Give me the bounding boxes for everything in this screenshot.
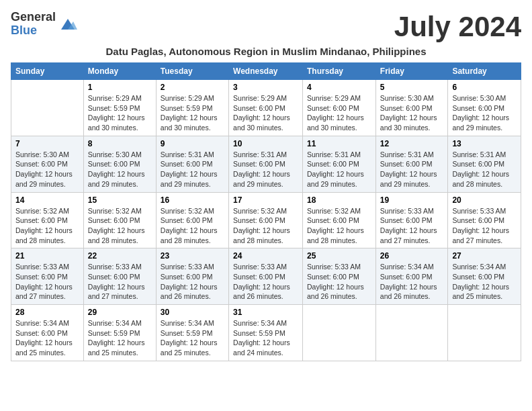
- day-info: Sunrise: 5:32 AMSunset: 6:00 PMDaylight:…: [88, 206, 152, 246]
- table-row: 5Sunrise: 5:30 AMSunset: 6:00 PMDaylight…: [375, 80, 448, 136]
- day-info: Sunrise: 5:32 AMSunset: 6:00 PMDaylight:…: [233, 206, 298, 246]
- table-row: [11, 80, 84, 136]
- day-number: 18: [307, 195, 371, 205]
- table-row: 15Sunrise: 5:32 AMSunset: 6:00 PMDayligh…: [83, 192, 156, 248]
- day-number: 11: [307, 139, 371, 148]
- day-info: Sunrise: 5:32 AMSunset: 6:00 PMDaylight:…: [161, 206, 224, 246]
- day-info: Sunrise: 5:30 AMSunset: 6:00 PMDaylight:…: [88, 150, 152, 189]
- day-number: 9: [161, 139, 224, 148]
- day-info: Sunrise: 5:34 AMSunset: 5:59 PMDaylight:…: [161, 318, 224, 358]
- day-number: 28: [15, 308, 79, 317]
- logo-area: General Blue: [11, 11, 77, 38]
- day-number: 20: [452, 195, 517, 205]
- day-number: 13: [452, 139, 517, 148]
- table-row: 23Sunrise: 5:33 AMSunset: 6:00 PMDayligh…: [156, 248, 228, 305]
- day-info: Sunrise: 5:33 AMSunset: 6:00 PMDaylight:…: [161, 262, 224, 302]
- day-info: Sunrise: 5:31 AMSunset: 6:00 PMDaylight:…: [233, 150, 298, 189]
- table-row: 9Sunrise: 5:31 AMSunset: 6:00 PMDaylight…: [156, 136, 228, 192]
- day-info: Sunrise: 5:30 AMSunset: 6:00 PMDaylight:…: [452, 93, 517, 133]
- day-info: Sunrise: 5:34 AMSunset: 5:59 PMDaylight:…: [233, 318, 298, 358]
- table-row: 30Sunrise: 5:34 AMSunset: 5:59 PMDayligh…: [156, 305, 228, 361]
- table-row: 2Sunrise: 5:29 AMSunset: 5:59 PMDaylight…: [156, 80, 228, 136]
- day-number: 4: [307, 83, 371, 92]
- day-number: 27: [452, 251, 517, 261]
- table-row: 18Sunrise: 5:32 AMSunset: 6:00 PMDayligh…: [303, 192, 376, 248]
- header-tuesday: Tuesday: [156, 63, 228, 80]
- day-info: Sunrise: 5:34 AMSunset: 5:59 PMDaylight:…: [88, 318, 152, 358]
- table-row: 22Sunrise: 5:33 AMSunset: 6:00 PMDayligh…: [83, 248, 156, 305]
- day-number: 6: [452, 83, 517, 92]
- table-row: 29Sunrise: 5:34 AMSunset: 5:59 PMDayligh…: [83, 305, 156, 361]
- table-row: 7Sunrise: 5:30 AMSunset: 6:00 PMDaylight…: [11, 136, 84, 192]
- day-number: 30: [161, 308, 224, 317]
- day-info: Sunrise: 5:34 AMSunset: 6:00 PMDaylight:…: [452, 262, 517, 302]
- day-info: Sunrise: 5:33 AMSunset: 6:00 PMDaylight:…: [88, 262, 152, 302]
- day-number: 24: [233, 251, 298, 261]
- day-info: Sunrise: 5:33 AMSunset: 6:00 PMDaylight:…: [233, 262, 298, 302]
- calendar-week-row: 14Sunrise: 5:32 AMSunset: 6:00 PMDayligh…: [11, 192, 521, 248]
- month-year-title: July 2024: [394, 11, 521, 43]
- day-number: 19: [380, 195, 444, 205]
- table-row: 24Sunrise: 5:33 AMSunset: 6:00 PMDayligh…: [229, 248, 303, 305]
- table-row: 10Sunrise: 5:31 AMSunset: 6:00 PMDayligh…: [229, 136, 303, 192]
- day-info: Sunrise: 5:33 AMSunset: 6:00 PMDaylight:…: [452, 206, 517, 246]
- day-info: Sunrise: 5:33 AMSunset: 6:00 PMDaylight:…: [15, 262, 79, 302]
- day-number: 25: [307, 251, 371, 261]
- table-row: 31Sunrise: 5:34 AMSunset: 5:59 PMDayligh…: [229, 305, 303, 361]
- header-thursday: Thursday: [303, 63, 376, 80]
- header-saturday: Saturday: [448, 63, 521, 80]
- day-number: 22: [88, 251, 152, 261]
- day-info: Sunrise: 5:34 AMSunset: 6:00 PMDaylight:…: [380, 262, 444, 302]
- day-info: Sunrise: 5:30 AMSunset: 6:00 PMDaylight:…: [15, 150, 79, 189]
- location-title: Datu Paglas, Autonomous Region in Muslim…: [11, 46, 521, 57]
- table-row: 8Sunrise: 5:30 AMSunset: 6:00 PMDaylight…: [83, 136, 156, 192]
- day-number: 3: [233, 83, 298, 92]
- calendar-table: Sunday Monday Tuesday Wednesday Thursday…: [11, 62, 521, 361]
- header-monday: Monday: [83, 63, 156, 80]
- day-number: 5: [380, 83, 444, 92]
- day-info: Sunrise: 5:29 AMSunset: 6:00 PMDaylight:…: [233, 93, 298, 133]
- calendar-week-row: 1Sunrise: 5:29 AMSunset: 5:59 PMDaylight…: [11, 80, 521, 136]
- header-wednesday: Wednesday: [229, 63, 303, 80]
- table-row: 12Sunrise: 5:31 AMSunset: 6:00 PMDayligh…: [375, 136, 448, 192]
- day-number: 7: [15, 139, 79, 148]
- day-info: Sunrise: 5:31 AMSunset: 6:00 PMDaylight:…: [161, 150, 224, 189]
- day-info: Sunrise: 5:33 AMSunset: 6:00 PMDaylight:…: [307, 262, 371, 302]
- table-row: 27Sunrise: 5:34 AMSunset: 6:00 PMDayligh…: [448, 248, 521, 305]
- table-row: 14Sunrise: 5:32 AMSunset: 6:00 PMDayligh…: [11, 192, 84, 248]
- day-info: Sunrise: 5:33 AMSunset: 6:00 PMDaylight:…: [380, 206, 444, 246]
- table-row: [448, 305, 521, 361]
- table-row: 26Sunrise: 5:34 AMSunset: 6:00 PMDayligh…: [375, 248, 448, 305]
- calendar-week-row: 7Sunrise: 5:30 AMSunset: 6:00 PMDaylight…: [11, 136, 521, 192]
- header-friday: Friday: [375, 63, 448, 80]
- day-number: 10: [233, 139, 298, 148]
- table-row: 3Sunrise: 5:29 AMSunset: 6:00 PMDaylight…: [229, 80, 303, 136]
- day-number: 15: [88, 195, 152, 205]
- table-row: 28Sunrise: 5:34 AMSunset: 6:00 PMDayligh…: [11, 305, 84, 361]
- day-info: Sunrise: 5:29 AMSunset: 5:59 PMDaylight:…: [88, 93, 152, 133]
- page-container: General Blue July 2024 Datu Paglas, Auto…: [11, 11, 521, 361]
- day-info: Sunrise: 5:31 AMSunset: 6:00 PMDaylight:…: [380, 150, 444, 189]
- day-number: 2: [161, 83, 224, 92]
- logo-blue: Blue: [11, 24, 56, 38]
- day-number: 17: [233, 195, 298, 205]
- table-row: 19Sunrise: 5:33 AMSunset: 6:00 PMDayligh…: [375, 192, 448, 248]
- table-row: [303, 305, 376, 361]
- header-sunday: Sunday: [11, 63, 84, 80]
- day-number: 16: [161, 195, 224, 205]
- table-row: 4Sunrise: 5:29 AMSunset: 6:00 PMDaylight…: [303, 80, 376, 136]
- table-row: 13Sunrise: 5:31 AMSunset: 6:00 PMDayligh…: [448, 136, 521, 192]
- table-row: 11Sunrise: 5:31 AMSunset: 6:00 PMDayligh…: [303, 136, 376, 192]
- table-row: 1Sunrise: 5:29 AMSunset: 5:59 PMDaylight…: [83, 80, 156, 136]
- weekday-header-row: Sunday Monday Tuesday Wednesday Thursday…: [11, 63, 521, 80]
- day-number: 1: [88, 83, 152, 92]
- day-number: 21: [15, 251, 79, 261]
- day-info: Sunrise: 5:34 AMSunset: 6:00 PMDaylight:…: [15, 318, 79, 358]
- table-row: 6Sunrise: 5:30 AMSunset: 6:00 PMDaylight…: [448, 80, 521, 136]
- day-info: Sunrise: 5:29 AMSunset: 6:00 PMDaylight:…: [307, 93, 371, 133]
- table-row: 25Sunrise: 5:33 AMSunset: 6:00 PMDayligh…: [303, 248, 376, 305]
- day-number: 23: [161, 251, 224, 261]
- day-number: 31: [233, 308, 298, 317]
- day-number: 12: [380, 139, 444, 148]
- logo-general: General: [11, 11, 56, 24]
